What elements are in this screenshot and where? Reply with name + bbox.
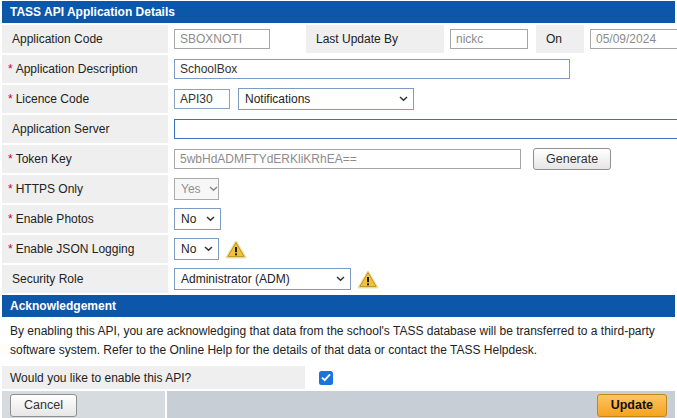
footer-right-cell: Update: [167, 391, 675, 418]
enable-api-checkbox-cell: [307, 366, 675, 389]
enable-json-logging-select[interactable]: No: [174, 238, 219, 260]
row-security-role: Security Role Administrator (ADM): [2, 265, 675, 293]
chevron-down-icon: [336, 276, 345, 282]
last-update-by-label-cell: Last Update By: [306, 25, 444, 53]
row-application-code: Application Code Last Update By On: [2, 25, 675, 53]
panel-title-bar: TASS API Application Details: [2, 1, 675, 23]
security-role-field-cell: Administrator (ADM): [170, 265, 675, 293]
application-server-field-cell: [170, 115, 677, 143]
https-only-select: Yes: [174, 178, 219, 200]
chevron-down-icon: [399, 96, 408, 102]
https-only-field-cell: Yes: [170, 175, 675, 203]
last-update-on-field-cell: [586, 25, 677, 53]
application-code-field-cell: [170, 25, 304, 53]
required-marker: *: [8, 212, 13, 226]
acknowledgement-body: By enabling this API, you are acknowledg…: [2, 319, 675, 364]
licence-code-label: Licence Code: [16, 92, 89, 106]
last-update-on-input: [590, 29, 677, 49]
update-button[interactable]: Update: [597, 394, 667, 417]
application-description-label-cell: * Application Description: [2, 55, 168, 83]
generate-button[interactable]: Generate: [533, 148, 611, 170]
checkmark-icon: [321, 373, 331, 382]
row-token-key: * Token Key Generate: [2, 145, 675, 173]
enable-photos-label-cell: * Enable Photos: [2, 205, 168, 233]
chevron-down-icon: [206, 216, 215, 222]
token-key-field-cell: Generate: [170, 145, 675, 173]
required-marker: *: [8, 182, 13, 196]
tass-api-application-details-panel: TASS API Application Details Application…: [0, 1, 677, 418]
enable-photos-label: Enable Photos: [16, 212, 94, 226]
last-update-by-input: [450, 29, 528, 49]
chevron-down-icon: [204, 246, 213, 252]
enable-json-logging-field-cell: No: [170, 235, 675, 263]
acknowledgement-title: Acknowledgement: [10, 299, 116, 313]
required-marker: *: [8, 242, 13, 256]
required-marker: *: [8, 152, 13, 166]
cancel-button[interactable]: Cancel: [10, 394, 77, 417]
row-https-only: * HTTPS Only Yes: [2, 175, 675, 203]
enable-photos-field-cell: No: [170, 205, 675, 233]
last-update-on-label: On: [546, 32, 562, 46]
security-role-label-cell: Security Role: [2, 265, 168, 293]
enable-json-logging-label: Enable JSON Logging: [16, 242, 135, 256]
row-enable-photos: * Enable Photos No: [2, 205, 675, 233]
application-code-label: Application Code: [12, 32, 103, 46]
application-code-input: [174, 29, 270, 49]
token-key-label: Token Key: [16, 152, 72, 166]
enable-json-logging-selected-option: No: [181, 242, 196, 256]
panel-title: TASS API Application Details: [10, 5, 175, 19]
https-only-selected-option: Yes: [181, 182, 201, 196]
chevron-down-icon: [209, 186, 218, 192]
application-server-input[interactable]: [174, 119, 677, 139]
application-server-label-cell: Application Server: [2, 115, 168, 143]
enable-api-checkbox[interactable]: [319, 371, 333, 385]
application-description-input[interactable]: [174, 59, 570, 79]
licence-code-label-cell: * Licence Code: [2, 85, 168, 113]
security-role-select[interactable]: Administrator (ADM): [174, 268, 351, 290]
row-enable-json-logging: * Enable JSON Logging No: [2, 235, 675, 263]
required-marker: *: [8, 62, 13, 76]
https-only-label: HTTPS Only: [16, 182, 83, 196]
enable-api-question: Would you like to enable this API?: [10, 371, 191, 385]
security-role-selected-option: Administrator (ADM): [181, 272, 290, 286]
footer-left-cell: Cancel: [2, 391, 165, 418]
row-application-server: Application Server: [2, 115, 675, 143]
acknowledgement-title-bar: Acknowledgement: [2, 295, 675, 317]
licence-code-selected-option: Notifications: [245, 92, 310, 106]
enable-json-logging-label-cell: * Enable JSON Logging: [2, 235, 168, 263]
enable-api-question-cell: Would you like to enable this API?: [2, 366, 305, 389]
last-update-by-field-cell: [446, 25, 534, 53]
application-code-label-cell: Application Code: [2, 25, 168, 53]
application-server-label: Application Server: [12, 122, 109, 136]
last-update-on-label-cell: On: [536, 25, 584, 53]
enable-photos-selected-option: No: [181, 212, 196, 226]
footer-button-bar: Cancel Update: [2, 391, 675, 418]
row-enable-api-question: Would you like to enable this API?: [2, 366, 675, 389]
warning-triangle-icon: [225, 240, 247, 259]
required-marker: *: [8, 92, 13, 106]
token-key-input: [174, 149, 521, 169]
https-only-label-cell: * HTTPS Only: [2, 175, 168, 203]
warning-triangle-icon: [357, 270, 379, 289]
licence-code-field-cell: Notifications: [170, 85, 675, 113]
last-update-by-label: Last Update By: [316, 32, 398, 46]
application-description-field-cell: [170, 55, 675, 83]
application-description-label: Application Description: [16, 62, 138, 76]
token-key-label-cell: * Token Key: [2, 145, 168, 173]
enable-photos-select[interactable]: No: [174, 208, 221, 230]
licence-code-input[interactable]: [174, 89, 230, 109]
row-application-description: * Application Description: [2, 55, 675, 83]
licence-code-select[interactable]: Notifications: [238, 88, 414, 110]
row-licence-code: * Licence Code Notifications: [2, 85, 675, 113]
security-role-label: Security Role: [12, 272, 83, 286]
